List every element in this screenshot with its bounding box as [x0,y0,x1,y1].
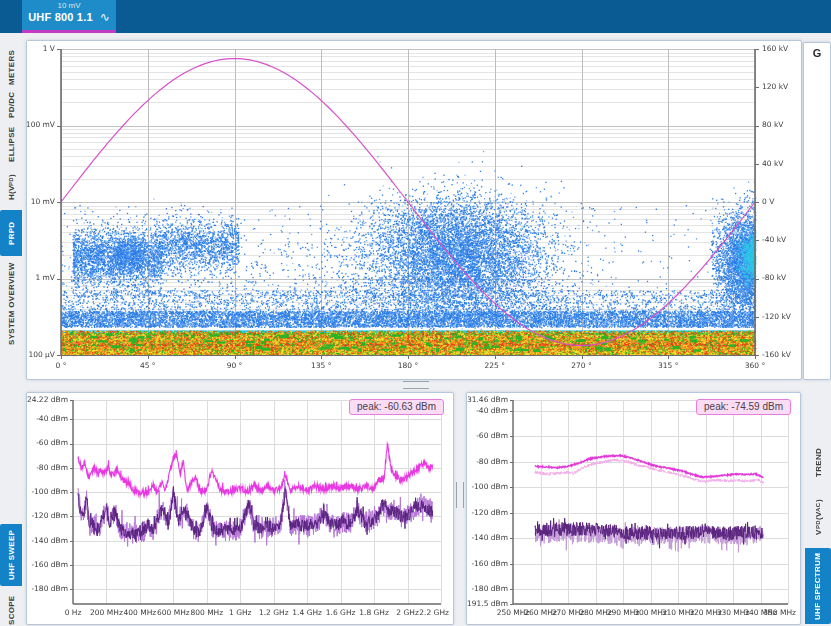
pd-measurement-app: 10 mV UHF 800 1.1 ∿ METERS PD/DC ELLIPSE… [0,0,831,626]
tab-vpd-vac[interactable]: VPD(VAC) [805,488,831,546]
vertical-splitter-handle[interactable] [456,482,464,508]
device-tab-title: UHF 800 1.1 [28,11,93,23]
tab-system-overview[interactable]: SYSTEM OVERVIEW [0,258,22,350]
tab-hvpd[interactable]: H(VPD) [0,166,22,208]
prpd-panel [26,40,802,380]
tab-prpd[interactable]: PRPD [0,210,22,256]
uhf-spectrum-panel: peak: -74.59 dBm [466,392,801,625]
tab-uhf-spectrum[interactable]: UHF SPECTRUM [805,548,831,624]
header-bar: 10 mV UHF 800 1.1 ∿ [0,0,831,33]
spectrum-peak-badge: peak: -74.59 dBm [696,399,791,415]
uhf-spectrum-chart-canvas[interactable] [467,393,798,622]
uhf-sweep-chart-canvas[interactable] [27,393,451,622]
tab-meters[interactable]: METERS [0,48,22,86]
gain-panel: G [803,42,831,380]
sweep-peak-badge: peak: -60.63 dBm [349,399,444,415]
tab-ellipse[interactable]: ELLIPSE [0,124,22,164]
left-tab-strip-bottom: UHF SWEEP SCOPE [0,524,22,626]
left-tab-strip-top: METERS PD/DC ELLIPSE H(VPD) PRPD SYSTEM … [0,48,22,350]
tab-pd-dc[interactable]: PD/DC [0,88,22,122]
tab-uhf-sweep[interactable]: UHF SWEEP [0,524,22,586]
right-tab-strip-bottom: TREND VPD(VAC) UHF SPECTRUM [805,438,831,624]
horizontal-splitter-handle[interactable] [403,381,429,389]
tab-trend[interactable]: TREND [805,438,831,486]
device-tab-uhf800[interactable]: 10 mV UHF 800 1.1 ∿ [22,0,116,33]
uhf-sweep-panel: peak: -60.63 dBm [26,392,454,625]
tab-scope[interactable]: SCOPE [0,588,22,626]
prpd-chart-canvas[interactable] [27,41,799,377]
sine-wave-icon: ∿ [100,12,110,22]
gain-panel-label: G [804,47,830,59]
device-range-label: 10 mV [22,1,116,10]
